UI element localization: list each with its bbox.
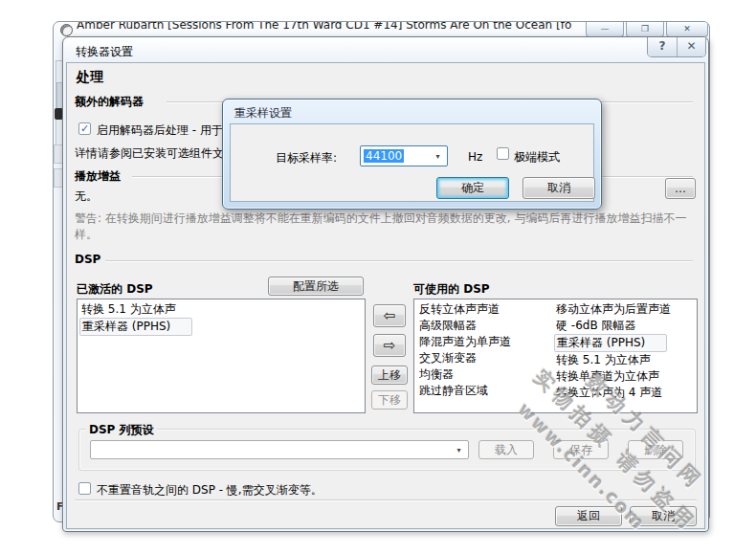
list-item[interactable]: 高级限幅器 bbox=[419, 318, 511, 334]
group-divider bbox=[105, 260, 693, 261]
maximize-icon[interactable]: ❐ bbox=[626, 22, 664, 37]
list-item[interactable]: 转换单声道为立体声 bbox=[556, 368, 671, 385]
replaygain-value: 无。 bbox=[75, 188, 98, 205]
move-to-active-button[interactable]: ⇦ bbox=[373, 304, 406, 327]
available-dsp-col2: 移动立体声为后置声道 硬 -6dB 限幅器 重采样器 (PPHS) 转换 5.1… bbox=[556, 301, 671, 401]
close-icon[interactable]: ✕ bbox=[666, 22, 708, 37]
target-rate-combobox[interactable]: 44100 ▾ bbox=[360, 145, 448, 166]
footer-divider bbox=[75, 499, 697, 500]
ok-button[interactable]: 确定 bbox=[436, 177, 509, 199]
extreme-mode-label: 极端模式 bbox=[514, 149, 560, 166]
dont-reset-dsp-label: 不重置音轨之间的 DSP - 慢,需交叉渐变等。 bbox=[97, 482, 322, 499]
arrow-right-icon: ⇨ bbox=[384, 337, 396, 354]
list-item[interactable]: 硬 -6dB 限幅器 bbox=[556, 318, 671, 334]
move-to-available-button[interactable]: ⇨ bbox=[373, 334, 406, 357]
extreme-mode-checkbox[interactable] bbox=[497, 147, 509, 160]
decoders-note: 详情请参阅已安装可选组件文 bbox=[75, 145, 224, 162]
chevron-down-icon[interactable]: ▾ bbox=[431, 148, 445, 164]
list-item[interactable]: 降混声道为单声道 bbox=[419, 334, 511, 350]
available-dsp-col1: 反转立体声声道 高级限幅器 降混声道为单声道 交叉渐变器 均衡器 跳过静音区域 bbox=[419, 301, 511, 399]
delete-preset-button[interactable]: 删除 bbox=[628, 440, 683, 459]
active-dsp-list[interactable]: 转换 5.1 为立体声 重采样器 (PPHS) bbox=[77, 299, 366, 413]
move-down-button[interactable]: 下移 bbox=[371, 390, 408, 410]
back-button[interactable]: 返回 bbox=[555, 506, 622, 526]
minimize-icon[interactable]: — bbox=[586, 22, 624, 37]
load-preset-button[interactable]: 载入 bbox=[478, 440, 534, 459]
postprocess-checkbox[interactable]: ✓ bbox=[78, 122, 91, 135]
dont-reset-dsp-checkbox[interactable] bbox=[78, 482, 91, 495]
list-item[interactable]: 跳过静音区域 bbox=[419, 383, 511, 399]
active-dsp-label: 已激活的 DSP bbox=[77, 281, 153, 298]
list-item[interactable]: 转换 5.1 为立体声 bbox=[556, 352, 671, 368]
list-item[interactable]: 交叉渐变器 bbox=[419, 350, 511, 366]
combobox-value: 44100 bbox=[364, 149, 404, 163]
resample-dialog-panel: 目标采样率: 44100 ▾ Hz 极端模式 确定 取消 bbox=[230, 123, 594, 202]
dsp-preset-combobox[interactable]: ▾ bbox=[90, 440, 469, 459]
dialog-title: 转换器设置 bbox=[76, 44, 133, 60]
replaygain-group-label: 播放增益 bbox=[75, 168, 121, 185]
list-item-label[interactable]: 重采样器 (PPHS) bbox=[79, 318, 192, 336]
available-dsp-list[interactable]: 反转立体声声道 高级限幅器 降混声道为单声道 交叉渐变器 均衡器 跳过静音区域 … bbox=[413, 299, 698, 413]
replaygain-warning: 警告: 在转换期间进行播放增益调整将不能在重新编码的文件上撤回对音频数据的更改,… bbox=[75, 211, 695, 243]
list-item[interactable]: 反转立体声声道 bbox=[419, 301, 511, 318]
replaygain-more-button[interactable]: … bbox=[665, 178, 696, 199]
available-dsp-label: 可使用的 DSP bbox=[413, 281, 490, 298]
resample-cancel-button[interactable]: 取消 bbox=[523, 177, 595, 199]
save-preset-button[interactable]: 保存 bbox=[553, 440, 609, 459]
resample-dialog-title: 重采样设置 bbox=[234, 105, 292, 122]
list-item-selected[interactable]: 重采样器 (PPHS) bbox=[81, 318, 365, 336]
dialog-caption-buttons: ? ✕ bbox=[647, 37, 706, 57]
extra-decoders-group-label: 额外的解码器 bbox=[75, 94, 144, 110]
postprocess-checkbox-label: 启用解码器后处理 - 用于 bbox=[97, 122, 223, 139]
list-item[interactable]: 转换立体声为 4 声道 bbox=[556, 385, 671, 401]
list-item[interactable]: 均衡器 bbox=[419, 366, 511, 383]
list-item[interactable]: 转换 5.1 为立体声 bbox=[81, 301, 365, 318]
list-item[interactable]: 移动立体声为后置声道 bbox=[556, 301, 671, 318]
configure-selected-button[interactable]: 配置所选 bbox=[268, 277, 364, 296]
close-icon[interactable]: ✕ bbox=[677, 37, 705, 56]
app-icon bbox=[60, 24, 73, 36]
page-title: 处理 bbox=[77, 69, 103, 86]
chevron-down-icon[interactable]: ▾ bbox=[452, 443, 466, 456]
cancel-button[interactable]: 取消 bbox=[630, 506, 697, 526]
dsp-group-label: DSP bbox=[75, 253, 100, 266]
list-item-selected[interactable]: 重采样器 (PPHS) bbox=[556, 334, 671, 352]
target-rate-label: 目标采样率: bbox=[276, 150, 337, 166]
dsp-presets-group-label: DSP 列预设 bbox=[86, 422, 157, 438]
caption-button-group: — ❐ ✕ bbox=[586, 22, 708, 37]
hz-unit-label: Hz bbox=[468, 150, 482, 164]
resample-settings-dialog: 重采样设置 目标采样率: 44100 ▾ Hz 极端模式 确定 取消 bbox=[222, 99, 602, 210]
move-up-button[interactable]: 上移 bbox=[371, 366, 408, 385]
list-item-label[interactable]: 重采样器 (PPHS) bbox=[554, 334, 667, 352]
help-icon[interactable]: ? bbox=[648, 37, 677, 56]
background-window-title: Amber Rubarth [Sessions From The 17th Wa… bbox=[77, 21, 584, 33]
arrow-left-icon: ⇦ bbox=[384, 307, 396, 324]
